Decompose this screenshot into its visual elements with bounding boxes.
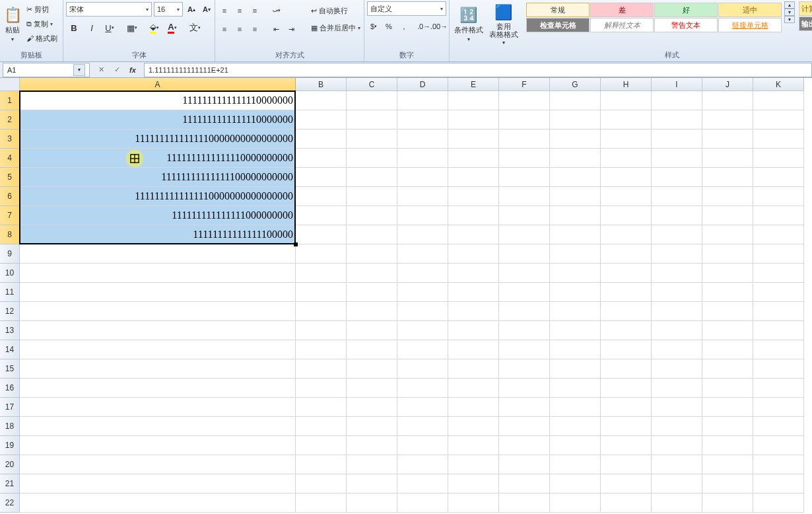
cell-E13[interactable] bbox=[448, 321, 499, 340]
cell-G21[interactable] bbox=[550, 474, 601, 494]
styles-scroll[interactable]: ▴ ▾ ▾ bbox=[784, 1, 795, 23]
cell-D15[interactable] bbox=[397, 359, 448, 379]
column-header-I[interactable]: I bbox=[652, 78, 702, 91]
cut-button[interactable]: ✂ 剪切 bbox=[24, 3, 60, 16]
cell-I10[interactable] bbox=[652, 264, 702, 283]
cell-F2[interactable] bbox=[499, 110, 550, 129]
cell-E3[interactable] bbox=[448, 129, 499, 149]
cell-B17[interactable] bbox=[296, 398, 347, 417]
cell-B16[interactable] bbox=[296, 379, 347, 398]
cell-C10[interactable] bbox=[347, 264, 397, 283]
row-header-15[interactable]: 15 bbox=[0, 359, 20, 379]
cell-C8[interactable] bbox=[347, 225, 397, 244]
style-explanatory[interactable]: 解释性文本 bbox=[590, 18, 654, 32]
cell-I14[interactable] bbox=[652, 340, 702, 359]
cell-K21[interactable] bbox=[753, 474, 804, 494]
cell-I8[interactable] bbox=[652, 225, 702, 244]
cell-D3[interactable] bbox=[397, 129, 448, 149]
cell-H6[interactable] bbox=[601, 187, 652, 206]
cell-J17[interactable] bbox=[702, 398, 753, 417]
cell-J18[interactable] bbox=[702, 417, 753, 436]
style-neutral[interactable]: 适中 bbox=[718, 3, 782, 17]
cell-B18[interactable] bbox=[296, 417, 347, 436]
cell-H10[interactable] bbox=[601, 264, 652, 283]
cell-G7[interactable] bbox=[550, 206, 601, 225]
cell-C12[interactable] bbox=[347, 302, 397, 321]
cell-G9[interactable] bbox=[550, 244, 601, 264]
cell-B2[interactable] bbox=[296, 110, 347, 129]
cell-K8[interactable] bbox=[753, 225, 804, 244]
cell-J5[interactable] bbox=[702, 168, 753, 187]
formula-input[interactable]: 1.11111111111111E+21 bbox=[144, 63, 812, 77]
cell-E19[interactable] bbox=[448, 436, 499, 455]
cell-A9[interactable] bbox=[20, 244, 296, 264]
row-header-22[interactable]: 22 bbox=[0, 494, 20, 513]
cell-H12[interactable] bbox=[601, 302, 652, 321]
cell-K2[interactable] bbox=[753, 110, 804, 129]
cell-E15[interactable] bbox=[448, 359, 499, 379]
cell-J21[interactable] bbox=[702, 474, 753, 494]
row-header-8[interactable]: 8 bbox=[0, 225, 20, 244]
cell-G16[interactable] bbox=[550, 379, 601, 398]
percent-button[interactable]: % bbox=[382, 19, 395, 34]
cell-B14[interactable] bbox=[296, 340, 347, 359]
cell-E6[interactable] bbox=[448, 187, 499, 206]
cell-F10[interactable] bbox=[499, 264, 550, 283]
cell-H15[interactable] bbox=[601, 359, 652, 379]
cell-G22[interactable] bbox=[550, 494, 601, 513]
cell-J9[interactable] bbox=[702, 244, 753, 264]
paste-button[interactable]: 📋 粘贴 ▾ bbox=[3, 1, 22, 48]
cell-A2[interactable]: 1111111111111110000000 bbox=[20, 110, 296, 129]
cell-I22[interactable] bbox=[652, 494, 702, 513]
cell-K12[interactable] bbox=[753, 302, 804, 321]
cell-E8[interactable] bbox=[448, 225, 499, 244]
cell-C7[interactable] bbox=[347, 206, 397, 225]
cancel-formula-button[interactable]: ✕ bbox=[94, 63, 108, 77]
cell-C18[interactable] bbox=[347, 417, 397, 436]
cell-I17[interactable] bbox=[652, 398, 702, 417]
cell-J20[interactable] bbox=[702, 455, 753, 474]
cell-I3[interactable] bbox=[652, 129, 702, 149]
column-header-G[interactable]: G bbox=[550, 78, 601, 91]
column-header-E[interactable]: E bbox=[448, 78, 499, 91]
cell-H17[interactable] bbox=[601, 398, 652, 417]
cells-area[interactable]: 1111111111111110000000111111111111111000… bbox=[20, 91, 804, 513]
cell-I18[interactable] bbox=[652, 417, 702, 436]
cell-E20[interactable] bbox=[448, 455, 499, 474]
cell-B4[interactable] bbox=[296, 149, 347, 168]
cell-E18[interactable] bbox=[448, 417, 499, 436]
phonetic-button[interactable]: 文▾ bbox=[187, 20, 203, 35]
column-header-C[interactable]: C bbox=[347, 78, 397, 91]
row-header-14[interactable]: 14 bbox=[0, 340, 20, 359]
cell-I12[interactable] bbox=[652, 302, 702, 321]
cell-K15[interactable] bbox=[753, 359, 804, 379]
cell-F21[interactable] bbox=[499, 474, 550, 494]
font-size-combo[interactable]: 16 ▾ bbox=[154, 2, 183, 17]
cell-K6[interactable] bbox=[753, 187, 804, 206]
cell-K17[interactable] bbox=[753, 398, 804, 417]
style-calc-partial[interactable]: 计算 bbox=[799, 1, 812, 16]
cell-B13[interactable] bbox=[296, 321, 347, 340]
cell-B15[interactable] bbox=[296, 359, 347, 379]
name-box-dropdown[interactable]: ▾ bbox=[73, 64, 85, 76]
cell-C9[interactable] bbox=[347, 244, 397, 264]
cell-J14[interactable] bbox=[702, 340, 753, 359]
cell-B5[interactable] bbox=[296, 168, 347, 187]
cell-A8[interactable]: 11111111111111100000 bbox=[20, 225, 296, 244]
cell-A19[interactable] bbox=[20, 436, 296, 455]
cell-H14[interactable] bbox=[601, 340, 652, 359]
cell-E1[interactable] bbox=[448, 91, 499, 110]
row-header-11[interactable]: 11 bbox=[0, 283, 20, 302]
column-header-H[interactable]: H bbox=[601, 78, 652, 91]
cell-A21[interactable] bbox=[20, 474, 296, 494]
column-header-F[interactable]: F bbox=[499, 78, 550, 91]
font-color-button[interactable]: A▾ bbox=[164, 20, 180, 35]
cell-H8[interactable] bbox=[601, 225, 652, 244]
comma-button[interactable]: , bbox=[397, 19, 411, 34]
row-header-1[interactable]: 1 bbox=[0, 91, 20, 110]
cell-G14[interactable] bbox=[550, 340, 601, 359]
cell-B6[interactable] bbox=[296, 187, 347, 206]
cell-A3[interactable]: 1111111111111110000000000000000 bbox=[20, 129, 296, 149]
cell-D5[interactable] bbox=[397, 168, 448, 187]
cell-H22[interactable] bbox=[601, 494, 652, 513]
